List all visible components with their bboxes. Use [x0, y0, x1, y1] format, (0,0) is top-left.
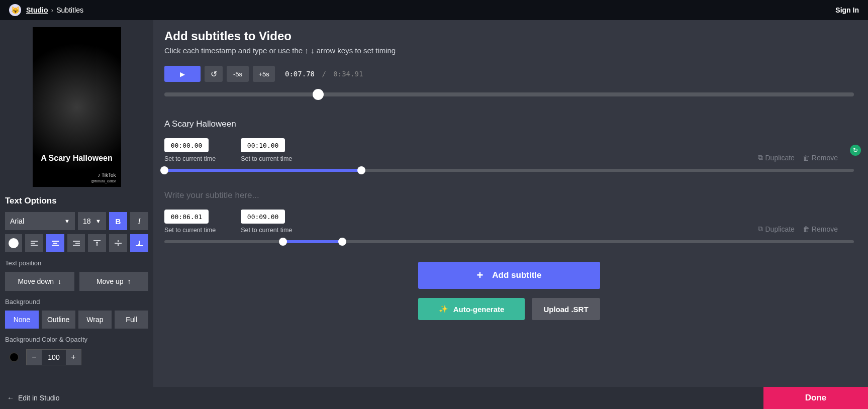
- back-5s-button[interactable]: -5s: [227, 66, 249, 82]
- range-start-thumb[interactable]: [160, 166, 168, 174]
- bold-button[interactable]: B: [109, 212, 127, 230]
- duplicate-icon: ⧉: [758, 225, 763, 233]
- valign-top-icon: [93, 240, 101, 246]
- bg-color-opacity-label: Background Color & Opacity: [5, 336, 148, 343]
- auto-generate-label: Auto-generate: [453, 305, 505, 314]
- font-select[interactable]: Arial ▼: [5, 212, 75, 230]
- restart-button[interactable]: ↺: [205, 66, 223, 82]
- align-left-button[interactable]: [25, 234, 43, 252]
- valign-bottom-icon: [136, 240, 143, 246]
- subtitle-start-input[interactable]: [164, 138, 209, 152]
- breadcrumb-studio[interactable]: Studio: [26, 6, 48, 14]
- subtitle-text-input[interactable]: [164, 190, 854, 200]
- text-options-title: Text Options: [5, 196, 148, 206]
- trash-icon: 🗑: [803, 225, 810, 233]
- opacity-input[interactable]: [42, 350, 66, 365]
- align-left-icon: [31, 240, 38, 246]
- preview-watermark: ♪ TikTok: [98, 172, 116, 178]
- add-subtitle-label: Add subtitle: [492, 270, 541, 280]
- move-down-label: Move down: [18, 277, 54, 285]
- subtitle-range-slider[interactable]: [164, 238, 854, 247]
- play-icon: ▶: [180, 70, 185, 78]
- sidebar: A Scary Halloween ♪ TikTok @filmora_edit…: [0, 20, 153, 387]
- trash-icon: 🗑: [803, 154, 810, 162]
- opacity-decrement-button[interactable]: −: [27, 350, 42, 365]
- upload-srt-button[interactable]: Upload .SRT: [532, 298, 600, 320]
- duplicate-button[interactable]: ⧉ Duplicate: [758, 225, 794, 233]
- align-center-button[interactable]: [46, 234, 64, 252]
- remove-label: Remove: [812, 225, 838, 233]
- set-start-to-current[interactable]: Set to current time: [164, 227, 216, 234]
- bg-wrap-button[interactable]: Wrap: [78, 311, 112, 329]
- move-up-label: Move up: [97, 277, 124, 285]
- italic-button[interactable]: I: [130, 212, 148, 230]
- valign-middle-button[interactable]: [109, 234, 127, 252]
- preview-handle: @filmora_editor: [91, 179, 116, 183]
- set-start-to-current[interactable]: Set to current time: [164, 155, 216, 162]
- valign-top-button[interactable]: [88, 234, 106, 252]
- duplicate-label: Duplicate: [765, 225, 794, 233]
- font-select-value: Arial: [10, 217, 24, 225]
- breadcrumb-page: Subtitles: [56, 6, 83, 14]
- current-time: 0:07.78: [285, 70, 315, 78]
- duplicate-label: Duplicate: [765, 154, 794, 162]
- done-button[interactable]: Done: [763, 387, 868, 409]
- page-subtitle: Click each timestamp and type or use the…: [164, 46, 854, 55]
- chevron-down-icon: ▼: [64, 218, 70, 224]
- play-button[interactable]: ▶: [164, 66, 201, 82]
- set-end-to-current[interactable]: Set to current time: [241, 227, 292, 234]
- opacity-increment-button[interactable]: +: [66, 350, 81, 365]
- font-size-select[interactable]: 18 ▼: [78, 212, 106, 230]
- preview-caption: A Scary Halloween: [33, 154, 121, 163]
- auto-generate-button[interactable]: ✨ Auto-generate: [418, 298, 525, 320]
- time-display: 0:07.78 / 0:34.91: [285, 70, 363, 78]
- app-logo[interactable]: 😺: [9, 4, 21, 16]
- move-down-button[interactable]: Move down ↓: [5, 272, 74, 291]
- arrow-up-icon: ↑: [128, 277, 131, 285]
- remove-button[interactable]: 🗑 Remove: [803, 225, 838, 233]
- add-subtitle-button[interactable]: + Add subtitle: [418, 262, 600, 289]
- subtitle-range-slider[interactable]: [164, 166, 854, 175]
- background-label: Background: [5, 298, 148, 305]
- remove-button[interactable]: 🗑 Remove: [803, 153, 838, 162]
- arrow-down-icon: ↓: [58, 277, 61, 285]
- set-end-to-current[interactable]: Set to current time: [241, 155, 292, 162]
- total-time: 0:34.91: [333, 70, 363, 78]
- main-content: Add subtitles to Video Click each timest…: [153, 20, 868, 387]
- plus-icon: +: [476, 269, 483, 282]
- move-up-button[interactable]: Move up ↑: [79, 272, 149, 291]
- align-right-icon: [73, 240, 80, 246]
- arrow-left-icon: ←: [7, 394, 14, 402]
- range-end-thumb[interactable]: [338, 238, 346, 246]
- page-title: Add subtitles to Video: [164, 29, 854, 43]
- subtitle-start-input[interactable]: [164, 210, 209, 224]
- range-end-thumb[interactable]: [357, 166, 365, 174]
- sign-in-link[interactable]: Sign In: [835, 6, 859, 14]
- restart-icon: ↺: [211, 69, 217, 79]
- wand-icon: ✨: [439, 304, 448, 314]
- text-color-picker[interactable]: [5, 234, 22, 252]
- playback-thumb[interactable]: [313, 89, 324, 100]
- bg-full-button[interactable]: Full: [115, 311, 148, 329]
- preview-thumbnail: [33, 27, 121, 187]
- range-start-thumb[interactable]: [279, 238, 287, 246]
- subtitle-row: Set to current time Set to current time …: [164, 190, 854, 247]
- playback-slider[interactable]: [164, 90, 854, 99]
- forward-5s-button[interactable]: +5s: [253, 66, 275, 82]
- subtitle-end-input[interactable]: [241, 138, 285, 152]
- bg-none-button[interactable]: None: [5, 311, 39, 329]
- video-preview[interactable]: A Scary Halloween ♪ TikTok @filmora_edit…: [33, 27, 121, 187]
- edit-in-studio-link[interactable]: ← Edit in Studio: [0, 394, 60, 402]
- bg-outline-button[interactable]: Outline: [42, 311, 75, 329]
- top-bar: 😺 Studio › Subtitles Sign In: [0, 0, 868, 20]
- subtitle-row: Set to current time Set to current time …: [164, 119, 854, 175]
- edit-in-studio-label: Edit in Studio: [18, 394, 60, 402]
- subtitle-end-input[interactable]: [241, 210, 285, 224]
- valign-bottom-button[interactable]: [130, 234, 148, 252]
- font-size-value: 18: [83, 217, 91, 225]
- subtitle-text-input[interactable]: [164, 119, 854, 129]
- text-position-label: Text position: [5, 259, 148, 267]
- bg-color-picker[interactable]: [5, 348, 23, 366]
- align-right-button[interactable]: [67, 234, 85, 252]
- duplicate-button[interactable]: ⧉ Duplicate: [758, 153, 794, 162]
